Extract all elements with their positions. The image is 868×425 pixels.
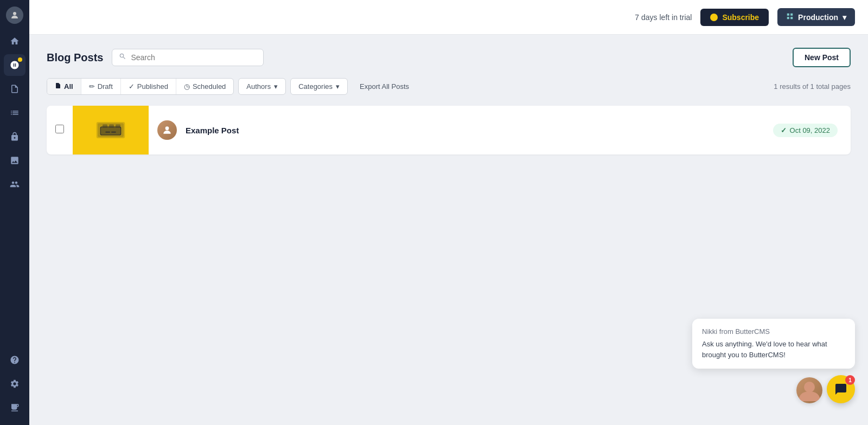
svg-rect-4: [790, 17, 793, 19]
chevron-down-icon: ▾: [336, 82, 340, 91]
page-header-left: Blog Posts: [47, 49, 264, 66]
subscribe-label: Subscribe: [722, 13, 759, 22]
sidebar-item-settings[interactable]: [4, 373, 25, 395]
subscribe-button[interactable]: Subscribe: [700, 9, 769, 26]
svg-text:▬ ▬: ▬ ▬: [106, 129, 117, 134]
post-status-badge: Oct 09, 2022: [773, 124, 838, 137]
post-title[interactable]: Example Post: [186, 126, 773, 135]
post-checkbox-wrapper[interactable]: [47, 125, 73, 136]
results-text: 1 results of 1 total pages: [774, 82, 851, 91]
chat-notification-badge: 1: [845, 375, 855, 385]
page-header: Blog Posts New Post: [47, 48, 851, 67]
new-post-button[interactable]: New Post: [793, 48, 851, 67]
filter-draft-button[interactable]: ✏ Draft: [81, 79, 121, 94]
clock-icon: ◷: [184, 82, 190, 91]
svg-point-13: [165, 126, 169, 130]
production-label: Production: [798, 13, 838, 22]
svg-point-14: [804, 382, 815, 392]
svg-rect-3: [787, 17, 789, 19]
sidebar-item-pages[interactable]: [4, 78, 25, 100]
post-card: ▬ ▬ Example Post Oct 09, 2022: [47, 106, 851, 154]
authors-dropdown[interactable]: Authors ▾: [238, 78, 286, 95]
sidebar-item-blog[interactable]: [4, 54, 25, 76]
svg-rect-9: [109, 125, 114, 128]
grid-icon: [786, 12, 794, 22]
coin-icon: [710, 14, 718, 21]
sidebar: [0, 0, 29, 425]
page-title: Blog Posts: [47, 51, 103, 64]
trial-text: 7 days left in trial: [635, 13, 692, 22]
filter-scheduled-button[interactable]: ◷ Scheduled: [176, 79, 233, 94]
search-box[interactable]: [112, 49, 264, 66]
filter-published-button[interactable]: ✓ Published: [121, 79, 176, 94]
filter-all-button[interactable]: All: [47, 79, 81, 94]
notification-dot: [18, 57, 22, 62]
post-thumbnail: ▬ ▬: [73, 106, 149, 154]
sidebar-item-collections[interactable]: [4, 102, 25, 124]
pencil-icon: ✏: [89, 82, 95, 91]
chat-widget: Nikki from ButterCMS Ask us anything. We…: [692, 319, 855, 403]
svg-rect-1: [787, 14, 789, 16]
svg-rect-10: [116, 125, 120, 128]
chevron-down-icon: ▾: [843, 13, 846, 22]
sidebar-item-home[interactable]: [4, 30, 25, 52]
chevron-down-icon: ▾: [274, 82, 278, 91]
sidebar-item-media[interactable]: [4, 150, 25, 171]
export-button[interactable]: Export All Posts: [352, 79, 417, 94]
topbar: 7 days left in trial Subscribe Productio…: [29, 0, 868, 35]
status-filter-group: All ✏ Draft ✓ Published ◷ Scheduled: [47, 78, 234, 95]
filters-row: All ✏ Draft ✓ Published ◷ Scheduled Auth…: [47, 78, 851, 95]
avatar[interactable]: [6, 7, 23, 24]
chat-fab-button[interactable]: 1: [827, 375, 855, 403]
search-icon: [119, 53, 126, 62]
check-icon: ✓: [129, 82, 135, 91]
posts-list: ▬ ▬ Example Post Oct 09, 2022: [47, 106, 851, 154]
search-input[interactable]: [131, 53, 257, 62]
svg-rect-2: [790, 14, 793, 16]
production-button[interactable]: Production ▾: [777, 8, 855, 26]
svg-point-0: [13, 12, 16, 15]
sidebar-item-team[interactable]: [4, 173, 25, 195]
page-icon: [55, 82, 61, 91]
sidebar-item-help[interactable]: [4, 349, 25, 371]
categories-dropdown[interactable]: Categories ▾: [290, 78, 348, 95]
chat-bubble: Nikki from ButterCMS Ask us anything. We…: [692, 319, 855, 369]
svg-rect-8: [103, 125, 107, 128]
chat-agent-avatar: [796, 377, 822, 403]
post-author-avatar: [157, 120, 177, 140]
sidebar-item-api[interactable]: [4, 397, 25, 418]
post-select-checkbox[interactable]: [55, 125, 64, 133]
sidebar-item-integrations[interactable]: [4, 126, 25, 147]
chat-agent-name: Nikki from ButterCMS: [702, 327, 845, 336]
chat-avatar-row: 1: [796, 375, 855, 403]
chat-message: Ask us anything. We'd love to hear what …: [702, 339, 845, 360]
